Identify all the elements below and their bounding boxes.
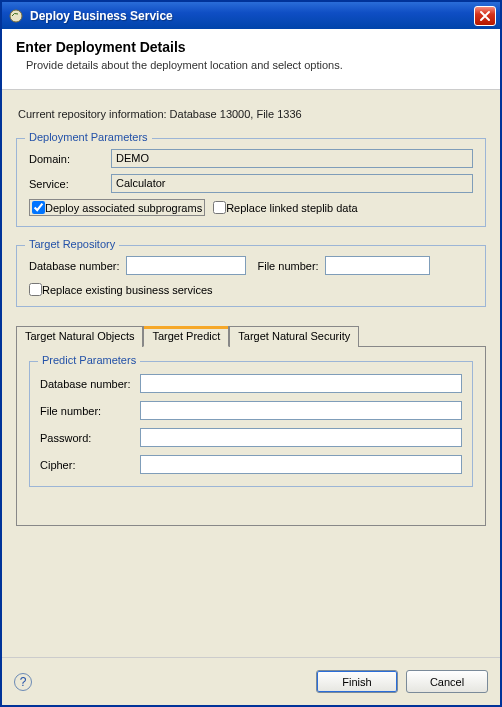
dialog-window: Deploy Business Service Enter Deployment… bbox=[0, 0, 502, 707]
help-icon: ? bbox=[20, 675, 27, 689]
content-area: Current repository information: Database… bbox=[2, 90, 500, 657]
predict-password-input[interactable] bbox=[140, 428, 462, 447]
predict-db-input[interactable] bbox=[140, 374, 462, 393]
window-title: Deploy Business Service bbox=[30, 9, 474, 23]
deployment-parameters-legend: Deployment Parameters bbox=[25, 131, 152, 143]
replace-steplib-label: Replace linked steplib data bbox=[226, 202, 357, 214]
footer: ? Finish Cancel bbox=[2, 657, 500, 705]
replace-steplib-checkbox[interactable] bbox=[213, 201, 226, 214]
replace-existing-checkbox[interactable] bbox=[29, 283, 42, 296]
tab-target-natural-security[interactable]: Target Natural Security bbox=[229, 326, 359, 347]
replace-existing-label: Replace existing business services bbox=[42, 284, 213, 296]
svg-point-0 bbox=[10, 10, 22, 22]
help-button[interactable]: ? bbox=[14, 673, 32, 691]
tabstrip: Target Natural Objects Target Predict Ta… bbox=[16, 325, 486, 346]
target-repository-legend: Target Repository bbox=[25, 238, 119, 250]
service-label: Service: bbox=[29, 178, 111, 190]
predict-cipher-input[interactable] bbox=[140, 455, 462, 474]
titlebar: Deploy Business Service bbox=[2, 2, 500, 29]
predict-password-label: Password: bbox=[40, 432, 140, 444]
deploy-associated-group: Deploy associated subprograms bbox=[29, 199, 205, 216]
app-icon bbox=[8, 8, 24, 24]
predict-file-input[interactable] bbox=[140, 401, 462, 420]
page-heading: Enter Deployment Details bbox=[16, 39, 486, 55]
tab-target-natural-objects[interactable]: Target Natural Objects bbox=[16, 326, 143, 347]
deploy-associated-checkbox[interactable] bbox=[32, 201, 45, 214]
service-value: Calculator bbox=[111, 174, 473, 193]
tab-target-predict[interactable]: Target Predict bbox=[143, 326, 229, 347]
target-db-label: Database number: bbox=[29, 260, 120, 272]
predict-db-label: Database number: bbox=[40, 378, 140, 390]
target-db-input[interactable] bbox=[126, 256, 246, 275]
predict-cipher-label: Cipher: bbox=[40, 459, 140, 471]
tabs: Target Natural Objects Target Predict Ta… bbox=[16, 325, 486, 526]
predict-parameters-legend: Predict Parameters bbox=[38, 354, 140, 366]
tab-panel-target-predict: Predict Parameters Database number: File… bbox=[16, 346, 486, 526]
deployment-parameters-group: Deployment Parameters Domain: DEMO Servi… bbox=[16, 138, 486, 227]
banner: Enter Deployment Details Provide details… bbox=[2, 29, 500, 90]
domain-label: Domain: bbox=[29, 153, 111, 165]
finish-button[interactable]: Finish bbox=[316, 670, 398, 693]
close-button[interactable] bbox=[474, 6, 496, 26]
cancel-button[interactable]: Cancel bbox=[406, 670, 488, 693]
domain-value: DEMO bbox=[111, 149, 473, 168]
close-icon bbox=[479, 10, 491, 22]
deploy-associated-label: Deploy associated subprograms bbox=[45, 202, 202, 214]
repository-info: Current repository information: Database… bbox=[18, 108, 486, 120]
target-repository-group: Target Repository Database number: File … bbox=[16, 245, 486, 307]
target-file-label: File number: bbox=[258, 260, 319, 272]
page-description: Provide details about the deployment loc… bbox=[26, 59, 486, 71]
target-file-input[interactable] bbox=[325, 256, 430, 275]
predict-file-label: File number: bbox=[40, 405, 140, 417]
predict-parameters-group: Predict Parameters Database number: File… bbox=[29, 361, 473, 487]
